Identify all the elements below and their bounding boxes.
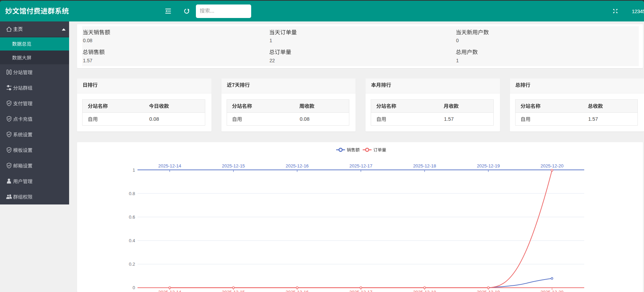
svg-text:2025-12-20: 2025-12-20: [541, 163, 564, 168]
svg-text:1: 1: [456, 58, 459, 63]
svg-text:2025-12-15: 2025-12-15: [222, 163, 245, 168]
svg-text:2025-12-17: 2025-12-17: [349, 163, 372, 168]
svg-text:2025-12-20: 2025-12-20: [541, 290, 564, 292]
svg-text:12345678: 12345678: [632, 8, 644, 14]
svg-text:2025-12-19: 2025-12-19: [477, 290, 500, 292]
svg-text:2025-12-15: 2025-12-15: [222, 290, 245, 292]
svg-text:0: 0: [456, 38, 459, 43]
svg-text:2025-12-18: 2025-12-18: [413, 290, 436, 292]
svg-text:1.57: 1.57: [83, 58, 92, 63]
svg-text:2025-12-14: 2025-12-14: [158, 290, 181, 292]
svg-text:1.57: 1.57: [588, 116, 598, 122]
svg-text:2025-12-16: 2025-12-16: [286, 163, 309, 168]
svg-text:0.08: 0.08: [300, 116, 310, 122]
svg-text:2025-12-18: 2025-12-18: [413, 163, 436, 168]
svg-text:22: 22: [269, 58, 275, 63]
svg-text:2025-12-16: 2025-12-16: [286, 290, 309, 292]
svg-text:1: 1: [269, 38, 272, 43]
svg-text:0: 0: [133, 285, 135, 290]
svg-text:0.08: 0.08: [149, 116, 159, 122]
svg-text:0.6: 0.6: [129, 215, 135, 220]
svg-text:0.2: 0.2: [129, 262, 135, 267]
svg-text:1: 1: [133, 167, 135, 173]
svg-text:2025-12-17: 2025-12-17: [349, 290, 372, 292]
svg-text:0.4: 0.4: [129, 238, 135, 243]
svg-text:2025-12-19: 2025-12-19: [477, 163, 500, 168]
svg-text:2025-12-14: 2025-12-14: [158, 163, 181, 168]
svg-text:0.8: 0.8: [129, 191, 135, 196]
svg-text:1.57: 1.57: [444, 116, 454, 122]
svg-text:0.08: 0.08: [83, 38, 92, 43]
